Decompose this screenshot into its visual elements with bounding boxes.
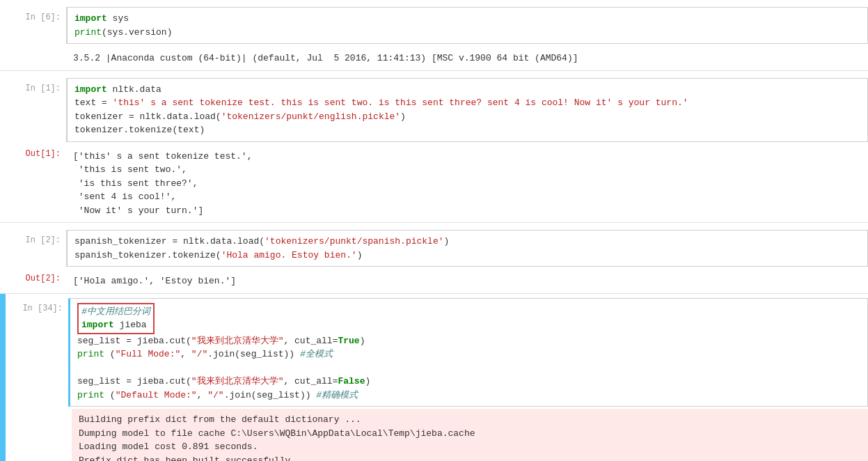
cell-1: In [6]: import sys print(sys.version) 3.…: [0, 0, 868, 71]
cell-2-input[interactable]: import nltk.data text = 'this' s a sent …: [66, 78, 868, 142]
cell-3-in-label: In [2]:: [3, 230, 66, 267]
cell-3-input[interactable]: spanish_tokenizer = nltk.data.load('toke…: [66, 230, 868, 267]
notebook: In [6]: import sys print(sys.version) 3.…: [0, 0, 868, 461]
cell-3-output: ['Hola amigo.', 'Estoy bien.']: [66, 272, 868, 291]
cell-1-in-label: In [6]:: [3, 7, 66, 44]
cell-1-output: 3.5.2 |Anaconda custom (64-bit)| (defaul…: [66, 49, 868, 68]
cell-4-input[interactable]: #中文用结巴分词 import jieba seg_list = jieba.c…: [68, 298, 868, 407]
cell-3: In [2]: spanish_tokenizer = nltk.data.lo…: [0, 223, 868, 294]
cell-2-in-label: In [1]:: [3, 78, 66, 142]
cell-4-stderr: Building prefix dict from the default di…: [72, 409, 868, 461]
cell-4: In [34]: #中文用结巴分词 import jieba seg_list …: [0, 294, 868, 462]
cell-2-output: ['this' s a sent tokenize test.', 'this …: [66, 147, 868, 221]
cell-2: In [1]: import nltk.data text = 'this' s…: [0, 71, 868, 224]
cell-4-in-label: In [34]:: [6, 298, 68, 407]
cell-1-input[interactable]: import sys print(sys.version): [66, 7, 868, 44]
